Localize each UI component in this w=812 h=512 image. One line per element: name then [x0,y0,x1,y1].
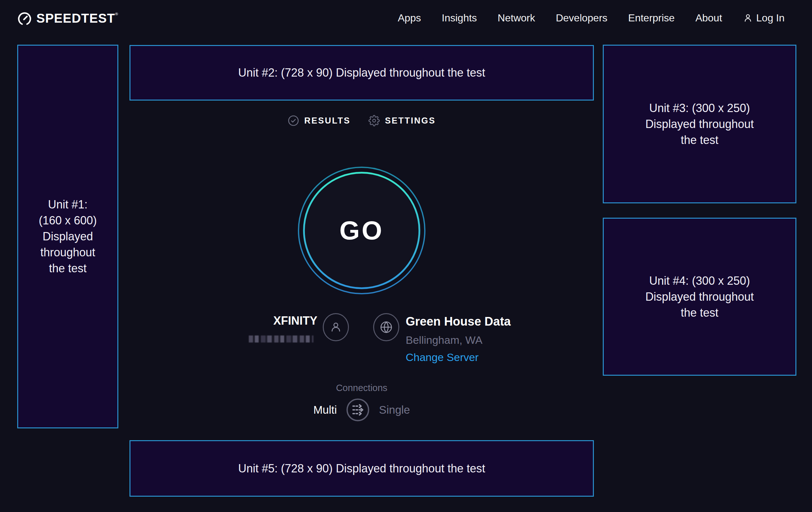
connections-single-option[interactable]: Single [379,403,410,416]
isp-ip-redacted [249,335,314,343]
multi-connections-icon [346,398,370,422]
view-tabs: RESULTS SETTINGS [129,115,594,127]
nav-item-developers[interactable]: Developers [556,12,608,24]
ad-unit-1[interactable]: Unit #1: (160 x 600) Displayed throughou… [17,45,118,428]
tab-settings[interactable]: SETTINGS [368,115,436,127]
ad-unit-2-text: Unit #2: (728 x 90) Displayed throughout… [238,65,485,81]
gear-icon [368,115,380,127]
trademark-symbol: ® [115,11,119,16]
main-nav: Apps Insights Network Developers Enterpr… [398,0,785,36]
ad-unit-2[interactable]: Unit #2: (728 x 90) Displayed throughout… [129,45,594,101]
top-nav-bar: SPEEDTEST® Apps Insights Network Develop… [0,0,812,36]
speedtest-page: SPEEDTEST® Apps Insights Network Develop… [0,0,812,512]
connections-label: Connections [129,383,594,393]
gauge-icon [17,11,32,26]
ad-unit-5-text: Unit #5: (728 x 90) Displayed throughout… [238,461,485,477]
tab-results[interactable]: RESULTS [288,115,350,127]
change-server-link[interactable]: Change Server [406,351,479,363]
server-name: Green House Data [406,315,511,328]
go-button[interactable]: GO [296,165,427,296]
login-label: Log In [756,12,785,24]
login-button[interactable]: Log In [743,12,785,24]
check-circle-icon [288,115,299,127]
isp-name: XFINITY [233,314,317,327]
server-avatar [373,313,399,341]
speedtest-logo[interactable]: SPEEDTEST® [17,11,118,26]
go-button-label: GO [296,165,427,296]
server-location: Bellingham, WA [406,334,483,346]
connections-multi-option[interactable]: Multi [313,403,337,416]
globe-icon [379,320,394,334]
tab-settings-label: SETTINGS [385,116,436,126]
ad-unit-4-text: Unit #4: (300 x 250) Displayed throughou… [645,273,754,321]
nav-item-apps[interactable]: Apps [398,12,421,24]
connections-toggle[interactable] [346,398,370,422]
ad-unit-3[interactable]: Unit #3: (300 x 250) Displayed throughou… [603,45,796,203]
nav-item-network[interactable]: Network [497,12,535,24]
tab-results-label: RESULTS [304,116,350,126]
person-icon [328,320,343,334]
ad-unit-5[interactable]: Unit #5: (728 x 90) Displayed throughout… [129,440,594,497]
logo-wordmark: SPEEDTEST® [36,11,118,26]
connections-row: Multi Single [129,397,594,422]
nav-item-about[interactable]: About [695,12,722,24]
ad-unit-4[interactable]: Unit #4: (300 x 250) Displayed throughou… [603,218,796,376]
person-icon [743,13,753,23]
isp-avatar [323,313,349,341]
ad-unit-1-text: Unit #1: (160 x 600) Displayed throughou… [38,197,97,276]
nav-item-enterprise[interactable]: Enterprise [628,12,675,24]
ad-unit-3-text: Unit #3: (300 x 250) Displayed throughou… [645,100,754,148]
nav-item-insights[interactable]: Insights [442,12,477,24]
